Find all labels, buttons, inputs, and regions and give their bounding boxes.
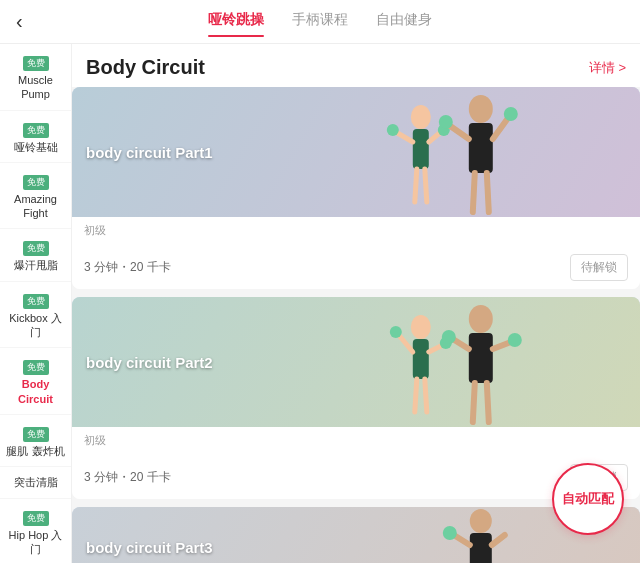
- svg-line-7: [425, 169, 427, 202]
- sidebar-item-label: Hip Hop 入门: [6, 528, 65, 557]
- free-badge: 免费: [23, 123, 49, 138]
- card-meta-1: 3 分钟・20 千卡: [84, 259, 171, 276]
- svg-point-11: [439, 115, 453, 129]
- svg-line-18: [399, 335, 413, 352]
- tab-free[interactable]: 自由健身: [376, 11, 432, 33]
- video-card-part3[interactable]: body circuit Part3: [72, 507, 640, 563]
- svg-point-19: [390, 326, 402, 338]
- detail-link[interactable]: 详情 >: [589, 59, 626, 77]
- svg-point-3: [387, 124, 399, 136]
- card-thumb-label-2: body circuit Part2: [86, 354, 213, 371]
- svg-point-35: [443, 526, 457, 540]
- back-button[interactable]: ‹: [16, 10, 23, 33]
- svg-point-13: [504, 107, 518, 121]
- sidebar-item-label: Amazing Fight: [6, 192, 65, 221]
- content-title: Body Circuit: [86, 56, 205, 79]
- tab-handhold[interactable]: 手柄课程: [292, 11, 348, 33]
- svg-rect-1: [413, 129, 429, 169]
- sidebar-item-label: 哑铃基础: [6, 140, 65, 154]
- card-level-1: 初级: [84, 223, 628, 238]
- free-badge: 免费: [23, 241, 49, 256]
- svg-point-0: [411, 105, 431, 129]
- auto-match-button[interactable]: 自动匹配: [552, 463, 624, 535]
- svg-line-22: [415, 379, 417, 412]
- svg-point-8: [469, 95, 493, 123]
- sidebar-item-dumbbell-basic[interactable]: 免费 哑铃基础: [0, 111, 71, 163]
- tab-bar: 哑铃跳操 手柄课程 自由健身: [16, 11, 624, 33]
- card-meta-2: 3 分钟・20 千卡: [84, 469, 171, 486]
- sidebar-item-label: 腿肌 轰炸机: [6, 444, 65, 458]
- sidebar-item-muscle-bomb[interactable]: 免费 腿肌 轰炸机: [0, 415, 71, 467]
- svg-point-27: [442, 330, 456, 344]
- video-card-part1[interactable]: body circuit Part1: [72, 87, 640, 289]
- free-badge: 免费: [23, 360, 49, 375]
- svg-line-23: [425, 379, 427, 412]
- sidebar-item-label: 突击清脂: [6, 475, 65, 489]
- svg-point-29: [508, 333, 522, 347]
- svg-line-6: [415, 169, 417, 202]
- free-badge: 免费: [23, 511, 49, 526]
- video-card-part2[interactable]: body circuit Part2: [72, 297, 640, 499]
- svg-line-15: [487, 173, 489, 212]
- card-thumb-label-3: body circuit Part3: [86, 539, 213, 556]
- svg-line-28: [493, 342, 511, 349]
- sidebar-item-muscle-pump[interactable]: 免费 Muscle Pump: [0, 44, 71, 111]
- sidebar-item-sweat-fat[interactable]: 免费 爆汗甩脂: [0, 229, 71, 281]
- svg-line-12: [493, 117, 509, 139]
- svg-rect-17: [413, 339, 429, 379]
- svg-rect-9: [469, 123, 493, 173]
- card-info-1: 3 分钟・20 千卡 待解锁: [72, 246, 640, 289]
- card-thumb-label-1: body circuit Part1: [86, 144, 213, 161]
- sidebar-item-hiphop[interactable]: 免费 Hip Hop 入门: [0, 499, 71, 563]
- svg-line-34: [454, 535, 470, 545]
- svg-line-26: [453, 339, 469, 349]
- sidebar-item-label: BodyCircuit: [6, 377, 65, 406]
- unlock-button-1[interactable]: 待解锁: [570, 254, 628, 281]
- svg-line-36: [492, 535, 505, 545]
- free-badge: 免费: [23, 294, 49, 309]
- free-badge: 免费: [23, 175, 49, 190]
- sidebar-item-label: Kickbox 入门: [6, 311, 65, 340]
- svg-line-2: [396, 132, 413, 142]
- sidebar-item-label: Muscle Pump: [6, 73, 65, 102]
- sidebar-item-kickbox[interactable]: 免费 Kickbox 入门: [0, 282, 71, 349]
- tab-dumbbells[interactable]: 哑铃跳操: [208, 11, 264, 33]
- card-thumbnail-1: body circuit Part1: [72, 87, 640, 217]
- sidebar-item-body-circuit[interactable]: 免费 BodyCircuit: [0, 348, 71, 415]
- header: ‹ 哑铃跳操 手柄课程 自由健身: [0, 0, 640, 44]
- sidebar: 免费 Muscle Pump 免费 哑铃基础 免费 Amazing Fight …: [0, 44, 72, 563]
- svg-point-24: [469, 305, 493, 333]
- sidebar-item-strike[interactable]: 突击清脂: [0, 467, 71, 498]
- svg-point-32: [470, 509, 492, 533]
- svg-line-10: [449, 125, 469, 139]
- svg-line-14: [473, 173, 475, 212]
- content-area: Body Circuit 详情 > body circuit Part1: [72, 44, 640, 563]
- svg-line-30: [473, 383, 475, 422]
- main-layout: 免费 Muscle Pump 免费 哑铃基础 免费 Amazing Fight …: [0, 44, 640, 563]
- card-thumbnail-3: body circuit Part3: [72, 507, 640, 563]
- sidebar-item-label: 爆汗甩脂: [6, 258, 65, 272]
- card-thumbnail-2: body circuit Part2: [72, 297, 640, 427]
- svg-rect-33: [470, 533, 492, 563]
- svg-point-16: [411, 315, 431, 339]
- sidebar-item-amazing-fight[interactable]: 免费 Amazing Fight: [0, 163, 71, 230]
- free-badge: 免费: [23, 56, 49, 71]
- free-badge: 免费: [23, 427, 49, 442]
- svg-rect-25: [469, 333, 493, 383]
- svg-line-31: [487, 383, 489, 422]
- card-level-2: 初级: [84, 433, 628, 448]
- content-header: Body Circuit 详情 >: [72, 44, 640, 87]
